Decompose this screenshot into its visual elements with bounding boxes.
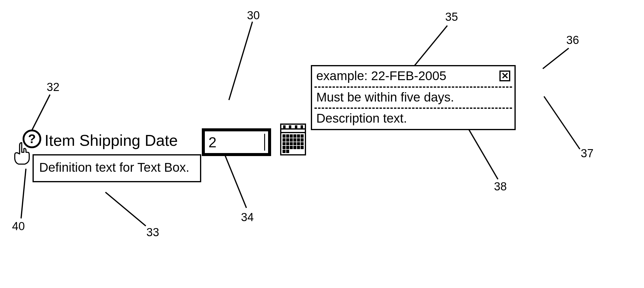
ref-32: 32 xyxy=(47,81,59,94)
ref-36: 36 xyxy=(566,34,579,47)
definition-text: Definition text for Text Box. xyxy=(39,160,189,174)
assist-example-row: example: 22-FEB-2005 ✕ xyxy=(312,66,514,86)
ref-38: 38 xyxy=(494,180,507,193)
close-glyph: ✕ xyxy=(501,71,509,80)
ref-34: 34 xyxy=(241,211,254,224)
input-assist-panel: example: 22-FEB-2005 ✕ Must be within fi… xyxy=(311,65,516,130)
svg-line-4 xyxy=(544,96,580,149)
close-icon[interactable]: ✕ xyxy=(499,70,510,81)
assist-description-row: Description text. xyxy=(312,109,514,129)
date-picker-icon[interactable] xyxy=(280,124,306,155)
assist-constraint-row: Must be within five days. xyxy=(312,88,514,108)
svg-line-0 xyxy=(229,22,252,100)
assist-description-text: Description text. xyxy=(316,111,407,127)
assist-constraint-text: Must be within five days. xyxy=(316,89,454,105)
pointer-cursor-icon xyxy=(11,142,33,166)
svg-line-6 xyxy=(224,153,246,208)
field-label: Item Shipping Date xyxy=(45,131,178,149)
svg-line-1 xyxy=(32,95,50,131)
svg-line-2 xyxy=(414,26,447,66)
ref-35: 35 xyxy=(445,11,458,23)
ref-37: 37 xyxy=(581,147,593,160)
shipping-date-input[interactable] xyxy=(208,133,265,151)
text-caret xyxy=(264,134,265,151)
svg-line-7 xyxy=(105,192,146,226)
svg-line-3 xyxy=(543,48,569,69)
definition-tooltip: Definition text for Text Box. xyxy=(33,154,201,182)
svg-line-8 xyxy=(21,169,26,218)
ref-40: 40 xyxy=(12,220,25,233)
shipping-date-input-wrap[interactable] xyxy=(202,128,271,156)
assist-example-text: example: 22-FEB-2005 xyxy=(316,68,446,84)
ref-33: 33 xyxy=(146,226,159,239)
ref-30: 30 xyxy=(247,9,260,22)
